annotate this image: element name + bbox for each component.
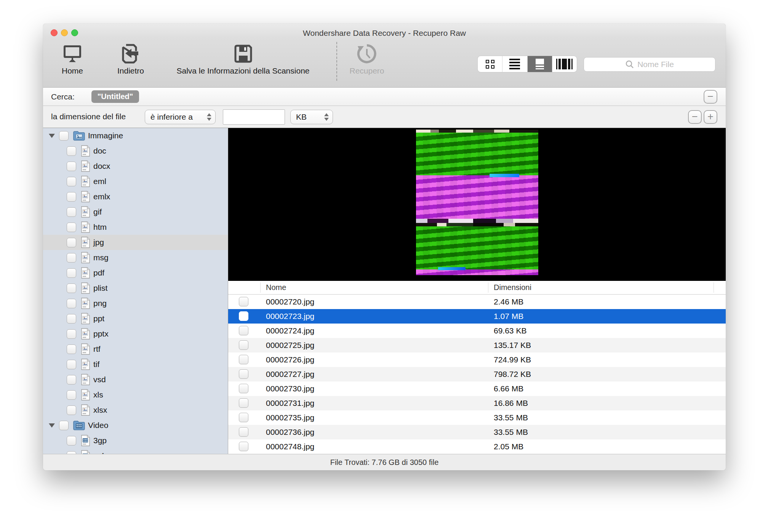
- save-scan-button[interactable]: Salva le Informazioni della Scansione: [169, 43, 317, 75]
- checkbox[interactable]: [67, 329, 76, 339]
- sidebar-item-docx[interactable]: docx: [43, 159, 228, 174]
- file-name: 00002724.jpg: [266, 326, 314, 335]
- sidebar-item-immagine[interactable]: Immagine: [43, 128, 228, 143]
- size-operator-dropdown[interactable]: è inferiore a: [145, 110, 216, 124]
- file-type-tree: Immagine doc docx eml emlx gif htm jpg m…: [43, 128, 228, 454]
- checkbox[interactable]: [67, 345, 76, 354]
- checkbox[interactable]: [239, 413, 248, 422]
- home-button[interactable]: Home: [51, 43, 93, 75]
- checkbox[interactable]: [67, 268, 76, 278]
- checkbox[interactable]: [67, 360, 76, 369]
- sidebar-item-tif[interactable]: tif: [43, 357, 228, 372]
- search-icon: [625, 60, 634, 69]
- sidebar-item-gif[interactable]: gif: [43, 204, 228, 220]
- sidebar-item-plist[interactable]: plist: [43, 280, 228, 296]
- checkbox[interactable]: [239, 355, 248, 364]
- checkbox[interactable]: [67, 451, 76, 454]
- sidebar-item-label: tif: [93, 360, 99, 369]
- disclosure-triangle-icon[interactable]: [49, 134, 55, 138]
- recover-button[interactable]: Recupero: [342, 43, 392, 75]
- barcode-view-button[interactable]: [552, 56, 577, 72]
- checkbox[interactable]: [67, 284, 76, 293]
- size-unit-dropdown[interactable]: KB: [290, 110, 333, 124]
- sidebar-item-ppt[interactable]: ppt: [43, 311, 228, 326]
- checkbox[interactable]: [59, 131, 69, 141]
- file-name: 00002731.jpg: [266, 399, 314, 408]
- file-type-icon: [81, 252, 90, 263]
- checkbox[interactable]: [239, 384, 248, 393]
- file-type-icon: [81, 176, 90, 187]
- table-row[interactable]: 00002720.jpg2.46 MB: [228, 295, 726, 309]
- table-row[interactable]: 00002748.jpg2.05 MB: [228, 439, 726, 454]
- disclosure-triangle-icon[interactable]: [49, 423, 55, 428]
- checkbox[interactable]: [67, 436, 76, 445]
- sidebar-item-label: emlx: [93, 192, 110, 201]
- sidebar-item-msg[interactable]: msg: [43, 250, 228, 265]
- add-filter-button[interactable]: +: [704, 110, 717, 124]
- remove-search-row-button[interactable]: −: [704, 90, 717, 104]
- file-type-icon: [81, 282, 90, 294]
- checkbox[interactable]: [67, 299, 76, 308]
- file-name: 00002720.jpg: [266, 297, 314, 306]
- sidebar-item-xlsx[interactable]: xlsx: [43, 402, 228, 418]
- sidebar-item-m4v[interactable]: m4v: [43, 448, 228, 454]
- sidebar-item-3gp[interactable]: 3gp: [43, 433, 228, 448]
- checkbox[interactable]: [239, 427, 248, 437]
- sidebar-item-vsd[interactable]: vsd: [43, 372, 228, 387]
- table-row[interactable]: 00002723.jpg1.07 MB: [228, 309, 726, 324]
- remove-filter-button[interactable]: −: [688, 110, 702, 124]
- search-term-tag[interactable]: "Untitled": [91, 90, 139, 103]
- table-row[interactable]: 00002727.jpg798.72 KB: [228, 367, 726, 381]
- sidebar-item-xls[interactable]: xls: [43, 387, 228, 402]
- checkbox[interactable]: [239, 369, 248, 379]
- checkbox[interactable]: [67, 390, 76, 400]
- checkbox[interactable]: [239, 326, 248, 335]
- checkbox[interactable]: [239, 311, 248, 321]
- sidebar-item-emlx[interactable]: emlx: [43, 189, 228, 204]
- table-row[interactable]: 00002730.jpg6.66 MB: [228, 381, 726, 396]
- thumbnail-view-button[interactable]: [478, 56, 502, 72]
- save-icon: [234, 43, 253, 65]
- checkbox[interactable]: [67, 146, 76, 156]
- checkbox[interactable]: [67, 162, 76, 171]
- checkbox[interactable]: [239, 340, 248, 350]
- table-row[interactable]: 00002726.jpg724.99 KB: [228, 353, 726, 367]
- sidebar-item-eml[interactable]: eml: [43, 174, 228, 189]
- column-header-size[interactable]: Dimensioni: [494, 283, 531, 292]
- checkbox[interactable]: [239, 297, 248, 306]
- table-row[interactable]: 00002736.jpg33.55 MB: [228, 425, 726, 439]
- sidebar-item-pdf[interactable]: pdf: [43, 265, 228, 280]
- checkbox[interactable]: [67, 405, 76, 415]
- sidebar-item-pptx[interactable]: pptx: [43, 326, 228, 341]
- search-field[interactable]: Nome File: [584, 57, 715, 72]
- video-folder-icon: [73, 420, 85, 430]
- table-row[interactable]: 00002735.jpg33.55 MB: [228, 410, 726, 425]
- file-type-icon: [81, 343, 90, 355]
- checkbox[interactable]: [67, 375, 76, 385]
- checkbox[interactable]: [59, 421, 69, 430]
- sidebar-item-rtf[interactable]: rtf: [43, 341, 228, 357]
- checkbox[interactable]: [239, 442, 248, 451]
- column-header-name[interactable]: Nome: [266, 283, 286, 292]
- checkbox[interactable]: [67, 177, 76, 186]
- file-type-icon: [81, 328, 90, 340]
- table-row[interactable]: 00002724.jpg69.63 KB: [228, 324, 726, 338]
- checkbox[interactable]: [67, 253, 76, 263]
- preview-view-button[interactable]: [528, 56, 552, 72]
- back-button[interactable]: Indietro: [110, 43, 152, 75]
- checkbox[interactable]: [67, 207, 76, 217]
- checkbox[interactable]: [239, 398, 248, 408]
- sidebar-item-jpg[interactable]: jpg: [43, 235, 228, 250]
- sidebar-item-doc[interactable]: doc: [43, 143, 228, 159]
- sidebar-item-video[interactable]: Video: [43, 418, 228, 433]
- table-row[interactable]: 00002725.jpg135.17 KB: [228, 338, 726, 353]
- sidebar-item-htm[interactable]: htm: [43, 220, 228, 235]
- checkbox[interactable]: [67, 223, 76, 232]
- checkbox[interactable]: [67, 192, 76, 202]
- list-view-button[interactable]: [502, 56, 527, 72]
- checkbox[interactable]: [67, 314, 76, 324]
- table-row[interactable]: 00002731.jpg16.86 MB: [228, 396, 726, 410]
- checkbox[interactable]: [67, 238, 76, 247]
- size-value-input[interactable]: [223, 109, 285, 125]
- sidebar-item-png[interactable]: png: [43, 296, 228, 311]
